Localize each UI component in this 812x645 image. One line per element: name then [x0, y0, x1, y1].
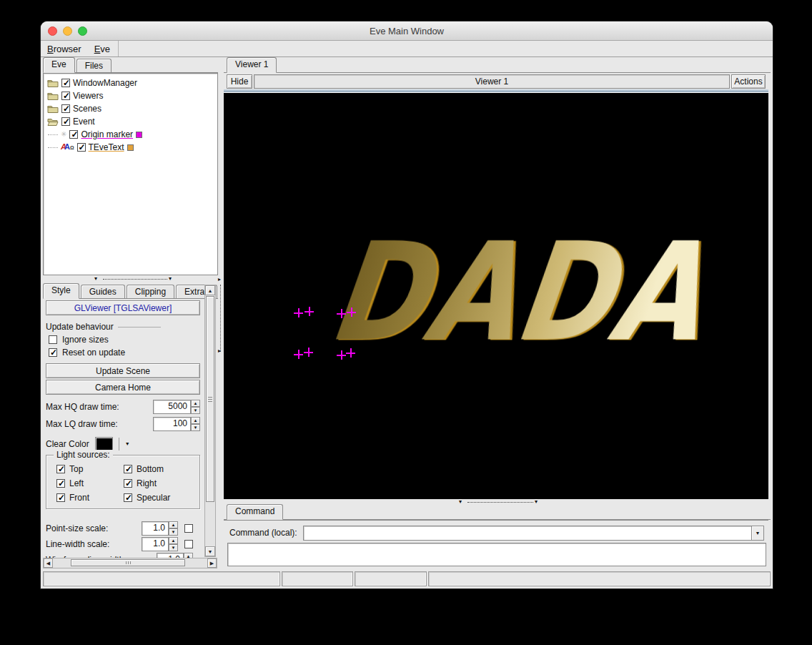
- checkbox[interactable]: [56, 479, 65, 488]
- line-width-spinbox[interactable]: 1.0 ▲▼: [142, 537, 178, 551]
- update-scene-button[interactable]: Update Scene: [46, 363, 200, 378]
- command-output[interactable]: [227, 543, 766, 566]
- checkbox[interactable]: [124, 493, 132, 502]
- eve-tree[interactable]: WindowManager Viewers Scenes Event ✳ Ori…: [43, 73, 218, 275]
- checkbox[interactable]: [69, 130, 78, 139]
- command-input[interactable]: [304, 526, 751, 540]
- clear-color-swatch[interactable]: [95, 437, 113, 451]
- line-width-row: Line-width scale: 1.0 ▲▼: [46, 536, 193, 552]
- menu-eve[interactable]: Eve: [88, 41, 117, 56]
- left-horizontal-splitter[interactable]: ▾ ▾: [43, 275, 218, 283]
- light-top[interactable]: Top: [56, 464, 83, 474]
- checkbox[interactable]: [49, 335, 57, 344]
- tree-item-label[interactable]: Scenes: [73, 104, 102, 114]
- spin-up-icon[interactable]: ▲: [169, 521, 178, 528]
- spin-up-icon[interactable]: ▲: [191, 417, 200, 424]
- spin-down-icon[interactable]: ▼: [191, 407, 200, 414]
- titlebar[interactable]: Eve Main Window: [41, 21, 773, 41]
- tree-item-viewers[interactable]: Viewers: [44, 89, 217, 102]
- gl-viewport[interactable]: DADA: [224, 93, 768, 499]
- glviewer-title-button[interactable]: GLViewer [TGLSAViewer]: [46, 300, 200, 315]
- actions-button[interactable]: Actions: [731, 74, 766, 89]
- light-right[interactable]: Right: [124, 478, 157, 488]
- splitter-arrow-down-icon: ▾: [94, 275, 97, 282]
- combo-dropdown-icon[interactable]: ▼: [751, 526, 763, 540]
- checkbox[interactable]: [124, 479, 132, 488]
- tree-item-label[interactable]: WindowManager: [73, 78, 137, 88]
- checkbox[interactable]: [56, 465, 65, 473]
- tree-item-event[interactable]: Event: [44, 115, 217, 128]
- checkbox[interactable]: [77, 143, 86, 152]
- reset-on-update-checkbox[interactable]: Reset on update: [49, 348, 125, 358]
- spin-down-icon[interactable]: ▼: [191, 424, 200, 431]
- line-width-checkbox[interactable]: [184, 540, 193, 548]
- point-size-spinbox[interactable]: 1.0 ▲▼: [142, 521, 178, 536]
- tree-item-scenes[interactable]: Scenes: [44, 102, 217, 115]
- scrollbar-thumb[interactable]: [71, 559, 185, 566]
- tab-style[interactable]: Style: [43, 283, 79, 299]
- clear-color-row: Clear Color ▼: [46, 436, 130, 451]
- tree-item-label[interactable]: Origin marker: [81, 129, 133, 139]
- point-size-checkbox[interactable]: [184, 524, 193, 533]
- checkbox[interactable]: [61, 79, 70, 87]
- light-specular[interactable]: Specular: [124, 493, 170, 503]
- camera-home-button[interactable]: Camera Home: [46, 380, 200, 395]
- spin-down-icon[interactable]: ▼: [169, 528, 178, 536]
- plus-marker: [304, 307, 314, 316]
- tree-item-label[interactable]: TEveText: [89, 142, 124, 152]
- checkbox[interactable]: [61, 104, 70, 113]
- command-combobox[interactable]: ▼: [303, 526, 764, 541]
- wireframe-spinbox[interactable]: 1.0 ▲▼: [157, 553, 193, 558]
- spin-up-icon[interactable]: ▲: [184, 553, 193, 558]
- spin-up-icon[interactable]: ▲: [169, 537, 178, 544]
- status-cell: [355, 571, 427, 586]
- tree-item-label[interactable]: Event: [73, 117, 95, 127]
- light-bottom[interactable]: Bottom: [124, 464, 164, 474]
- hide-button[interactable]: Hide: [227, 74, 252, 89]
- main-vertical-splitter[interactable]: ▸ ▸: [218, 57, 224, 571]
- wireframe-row: Wireframe line-width 1.0 ▲▼: [46, 552, 193, 558]
- tree-item-origin-marker[interactable]: ✳ Origin marker: [44, 128, 217, 141]
- plus-marker: [346, 348, 355, 358]
- color-swatch[interactable]: [127, 144, 134, 151]
- max-hq-spinbox[interactable]: 5000 ▲▼: [153, 400, 200, 414]
- light-sources-label: Light sources:: [54, 450, 113, 460]
- checkbox[interactable]: [124, 465, 132, 473]
- menu-browser[interactable]: Browser: [41, 41, 88, 56]
- light-front[interactable]: Front: [56, 493, 89, 503]
- ignore-sizes-checkbox[interactable]: Ignore sizes: [49, 335, 109, 345]
- tree-item-windowmanager[interactable]: WindowManager: [44, 77, 217, 89]
- scroll-right-icon[interactable]: ▶: [207, 558, 217, 568]
- status-cell: [43, 571, 280, 586]
- light-left[interactable]: Left: [56, 478, 84, 488]
- checkbox[interactable]: [49, 348, 57, 357]
- checkbox[interactable]: [61, 92, 70, 100]
- viewer-tabs: Viewer 1: [224, 57, 771, 73]
- eve-main-window: Eve Main Window Browser Eve Eve Files Wi…: [41, 21, 773, 589]
- max-lq-row: Max LQ draw time: 100 ▲▼: [46, 416, 200, 432]
- spin-down-icon[interactable]: ▼: [169, 544, 178, 551]
- tree-item-label[interactable]: Viewers: [73, 91, 103, 101]
- editor-vertical-scrollbar[interactable]: ▲ ▼: [204, 285, 216, 557]
- checkbox[interactable]: [61, 117, 70, 126]
- tab-clipping[interactable]: Clipping: [127, 285, 174, 298]
- scroll-left-icon[interactable]: ◀: [44, 558, 53, 568]
- checkbox[interactable]: [56, 493, 65, 502]
- tab-eve[interactable]: Eve: [43, 57, 75, 73]
- scrollbar-thumb[interactable]: [206, 296, 214, 502]
- color-swatch[interactable]: [136, 132, 142, 138]
- closed-folder-icon: [47, 92, 59, 100]
- color-dropdown-arrow-icon[interactable]: ▼: [125, 441, 130, 446]
- tab-guides[interactable]: Guides: [81, 285, 125, 298]
- tree-item-tevetext[interactable]: AAΩ TEveText: [44, 141, 217, 154]
- viewer-title-bar[interactable]: Viewer 1: [254, 74, 730, 89]
- scroll-down-icon[interactable]: ▼: [205, 546, 215, 556]
- scroll-up-icon[interactable]: ▲: [205, 285, 215, 295]
- tab-viewer-1[interactable]: Viewer 1: [227, 57, 277, 73]
- menubar: Browser Eve: [41, 41, 773, 57]
- editor-horizontal-scrollbar[interactable]: ◀ ▶: [43, 558, 217, 568]
- tab-files[interactable]: Files: [76, 59, 112, 72]
- tab-command[interactable]: Command: [227, 504, 283, 520]
- spin-up-icon[interactable]: ▲: [191, 400, 200, 407]
- max-lq-spinbox[interactable]: 100 ▲▼: [153, 417, 200, 431]
